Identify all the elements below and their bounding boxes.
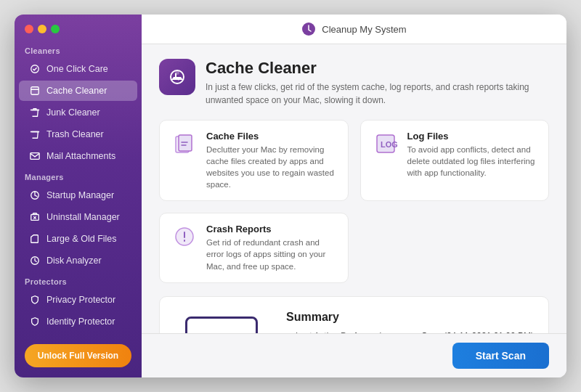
monitor-graphic: 790.88 MB Found In Total	[185, 317, 258, 333]
protectors-section-label: Protectors	[15, 271, 142, 289]
maximize-button[interactable]	[51, 25, 60, 33]
cache-cleaner-icon	[29, 85, 41, 97]
app-header: Cleanup My System	[142, 15, 566, 44]
sidebar-item-uninstall-manager[interactable]: Uninstall Manager	[19, 207, 137, 227]
disk-analyzer-icon	[29, 255, 41, 266]
sidebar-item-mail-attachments[interactable]: Mail Attachments	[19, 146, 137, 166]
one-click-care-icon	[29, 63, 41, 75]
large-old-files-icon	[29, 233, 41, 245]
close-button[interactable]	[25, 25, 33, 33]
cache-cleaner-page-icon	[159, 59, 195, 95]
log-files-icon: LOG	[373, 131, 399, 157]
cache-files-card: Cache Files Declutter your Mac by removi…	[159, 120, 349, 201]
privacy-protector-icon	[29, 294, 41, 306]
app-logo-icon	[301, 22, 316, 36]
svg-text:LOG: LOG	[381, 140, 397, 149]
cleaners-section-label: Cleaners	[15, 41, 142, 58]
cache-files-icon	[171, 131, 198, 157]
sidebar-item-identity-protector[interactable]: Identity Protector	[19, 311, 137, 332]
identity-protector-icon	[29, 316, 41, 327]
app-title: Cleanup My System	[322, 24, 406, 35]
start-scan-button[interactable]: Start Scan	[452, 343, 549, 369]
sidebar-item-one-click-care[interactable]: One Click Care	[19, 59, 137, 79]
sidebar-item-large-old-files[interactable]: Large & Old Files	[19, 229, 137, 249]
mail-attachments-icon	[29, 150, 41, 162]
summary-details: Summary Last Action Performed – Scan (24…	[286, 311, 534, 333]
sidebar-item-cache-cleaner[interactable]: Cache Cleaner	[19, 81, 137, 101]
sidebar-bottom: Unlock Full Version	[15, 334, 142, 377]
main-window: Cleaners One Click Care Cache Cleaner	[15, 15, 566, 377]
sidebar-item-disk-analyzer[interactable]: Disk Analyzer	[19, 250, 137, 271]
main-footer: Start Scan	[142, 333, 566, 377]
unlock-full-version-button[interactable]: Unlock Full Version	[25, 344, 131, 367]
crash-reports-icon	[171, 224, 198, 250]
page-header-text: Cache Cleaner In just a few clicks, get …	[206, 59, 549, 107]
svg-rect-1	[31, 87, 39, 95]
page-description: In just a few clicks, get rid of the sys…	[206, 81, 549, 107]
crash-reports-card: Crash Reports Get rid of redundant crash…	[159, 213, 349, 282]
minimize-button[interactable]	[38, 25, 46, 33]
uninstall-manager-icon	[29, 211, 41, 223]
cache-files-text: Cache Files Declutter your Mac by removi…	[206, 131, 336, 190]
svg-rect-9	[179, 135, 192, 151]
junk-cleaner-icon	[29, 107, 41, 118]
log-files-card: LOG Log Files To avoid app conflicts, de…	[360, 120, 550, 201]
crash-reports-text: Crash Reports Get rid of redundant crash…	[206, 224, 336, 271]
sidebar-item-privacy-protector[interactable]: Privacy Protector	[19, 290, 137, 310]
sidebar-item-trash-cleaner[interactable]: Trash Cleaner	[19, 124, 137, 144]
main-content: Cache Cleaner In just a few clicks, get …	[142, 44, 566, 333]
features-grid: Cache Files Declutter your Mac by removi…	[159, 120, 549, 283]
main-area: Cleanup My System Cache Cleaner In just …	[142, 15, 566, 377]
sidebar: Cleaners One Click Care Cache Cleaner	[15, 15, 142, 377]
trash-cleaner-icon	[29, 128, 41, 140]
traffic-lights	[15, 15, 142, 41]
svg-point-7	[175, 70, 179, 75]
page-title: Cache Cleaner	[206, 59, 549, 78]
managers-section-label: Managers	[15, 167, 142, 184]
summary-display: 790.88 MB Found In Total	[174, 309, 269, 333]
sidebar-item-junk-cleaner[interactable]: Junk Cleaner	[19, 102, 137, 123]
page-header: Cache Cleaner In just a few clicks, get …	[159, 59, 549, 107]
log-files-text: Log Files To avoid app conflicts, detect…	[407, 131, 537, 179]
summary-title: Summary	[286, 311, 534, 324]
summary-card: 790.88 MB Found In Total Summary Last Ac…	[159, 296, 549, 333]
svg-rect-2	[31, 153, 39, 160]
sidebar-item-startup-manager[interactable]: Startup Manager	[19, 185, 137, 205]
startup-manager-icon	[29, 189, 41, 201]
